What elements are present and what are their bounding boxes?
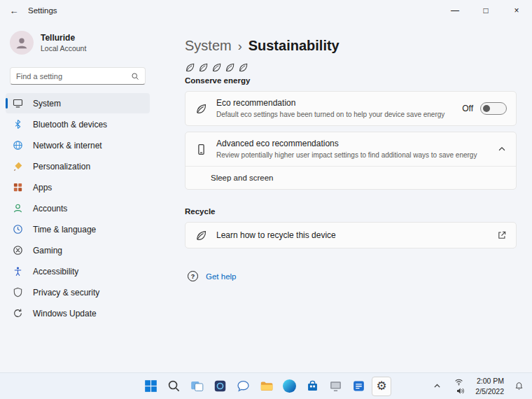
windows-logo-icon	[144, 379, 158, 393]
advanced-eco-card: Advanced eco recommendations Review pote…	[185, 132, 517, 190]
tray-chevron-button[interactable]	[430, 379, 444, 393]
mail-app-button[interactable]	[349, 377, 368, 396]
sleep-and-screen-label: Sleep and screen	[211, 174, 274, 182]
close-icon: ×	[514, 6, 519, 15]
leaf-icon	[211, 62, 222, 73]
sidebar-item-privacy-security[interactable]: Privacy & security	[6, 282, 150, 302]
recycle-leaf-icon	[195, 229, 207, 241]
task-view-icon	[190, 379, 204, 393]
sidebar-item-network-internet[interactable]: Network & internet	[6, 135, 150, 155]
update-refresh-icon	[12, 307, 24, 319]
tray-date: 2/5/2022	[475, 386, 504, 396]
sidebar-item-accessibility[interactable]: Accessibility	[6, 261, 150, 281]
get-help-link[interactable]: Get help	[206, 272, 236, 281]
breadcrumb-system[interactable]: System	[185, 38, 232, 54]
sidebar-item-label: Personalization	[33, 162, 90, 172]
back-icon: ←	[10, 6, 19, 16]
task-view-button[interactable]	[187, 377, 206, 396]
eco-recommendation-toggle[interactable]	[480, 102, 507, 115]
brush-icon	[12, 160, 24, 172]
sidebar-item-personalization[interactable]: Personalization	[6, 156, 150, 176]
clock[interactable]: 2:00 PM 2/5/2022	[472, 374, 507, 397]
sidebar-item-label: Accessibility	[33, 267, 78, 276]
close-button[interactable]: ×	[501, 0, 532, 21]
toggle-knob	[483, 105, 490, 112]
folder-icon	[260, 379, 273, 393]
sidebar-item-system[interactable]: System	[6, 93, 150, 113]
store-app-button[interactable]	[302, 377, 322, 396]
account-row[interactable]: Telluride Local Account	[0, 25, 155, 60]
sleep-and-screen-row[interactable]: Sleep and screen	[186, 166, 516, 189]
wifi-icon	[454, 377, 463, 386]
taskbar-search-button[interactable]	[164, 377, 183, 396]
breadcrumb: System › Sustainability	[185, 38, 517, 54]
notification-bell-icon	[514, 382, 524, 391]
leaf-icon	[238, 62, 248, 73]
apps-grid-icon	[12, 181, 24, 193]
file-explorer-button[interactable]	[256, 377, 276, 396]
device-icon	[195, 143, 207, 155]
minimize-icon: —	[451, 6, 459, 15]
leaf-icon	[198, 62, 209, 73]
system-tray: 2:00 PM 2/5/2022	[430, 373, 529, 399]
tray-time: 2:00 PM	[475, 376, 504, 386]
edge-browser-button[interactable]	[279, 377, 299, 396]
search-box[interactable]	[10, 67, 146, 85]
leaf-icon	[185, 62, 195, 73]
monitor-icon	[329, 379, 342, 393]
selected-indicator	[6, 98, 8, 108]
sidebar-item-label: Network & internet	[33, 141, 102, 150]
toggle-state-label: Off	[462, 104, 473, 113]
monitor-app-button[interactable]	[326, 377, 345, 396]
gear-icon: ⚙	[376, 380, 386, 392]
recycle-device-row[interactable]: Learn how to recycle this device	[186, 223, 516, 248]
sidebar-item-gaming[interactable]: Gaming	[6, 240, 150, 260]
maximize-button[interactable]: □	[470, 0, 501, 21]
get-help-row: ? Get help	[185, 271, 517, 281]
leaf-icon	[225, 62, 235, 73]
back-button[interactable]: ←	[0, 0, 28, 21]
titlebar: ← Settings — □ ×	[0, 0, 532, 21]
chevron-up-icon	[433, 382, 442, 391]
sidebar-item-bluetooth-devices[interactable]: Bluetooth & devices	[6, 114, 150, 134]
sidebar-item-label: Privacy & security	[33, 288, 99, 298]
photos-app-button[interactable]	[210, 377, 230, 396]
sidebar-item-time-language[interactable]: Time & language	[6, 219, 150, 239]
sidebar-item-windows-update[interactable]: Windows Update	[6, 303, 150, 323]
chat-app-button[interactable]	[233, 377, 253, 396]
taskbar: ⚙ 2:00 PM 2/5/2022	[0, 372, 532, 399]
search-icon	[131, 72, 139, 80]
system-icon	[12, 97, 24, 109]
start-button[interactable]	[141, 377, 160, 396]
minimize-button[interactable]: —	[440, 0, 470, 21]
photos-icon	[214, 379, 227, 393]
eco-recommendation-description: Default eco settings have been turned on…	[216, 110, 453, 120]
person-icon	[14, 35, 29, 50]
settings-app-button[interactable]: ⚙	[372, 377, 391, 396]
eco-recommendation-card: Eco recommendation Default eco settings …	[185, 91, 517, 126]
settings-nav: System Bluetooth & devices Network & int…	[0, 93, 155, 323]
recycle-heading: Recycle	[185, 207, 517, 216]
bluetooth-icon	[12, 118, 24, 130]
globe-icon	[12, 139, 24, 151]
sidebar-item-label: Bluetooth & devices	[33, 120, 107, 130]
chevron-up-icon	[497, 144, 507, 154]
conserve-energy-heading: Conserve energy	[185, 76, 517, 85]
xbox-icon	[12, 244, 24, 256]
advanced-eco-header-row[interactable]: Advanced eco recommendations Review pote…	[186, 132, 516, 166]
search-input[interactable]	[16, 72, 131, 80]
sidebar-item-label: Gaming	[33, 246, 62, 255]
advanced-eco-title: Advanced eco recommendations	[216, 139, 488, 148]
notification-center-button[interactable]	[512, 379, 526, 393]
search-icon	[167, 379, 181, 393]
eco-recommendation-title: Eco recommendation	[216, 98, 453, 108]
window-title: Settings	[28, 6, 57, 15]
network-volume-button[interactable]	[449, 374, 468, 398]
sidebar-item-accounts[interactable]: Accounts	[6, 198, 150, 218]
sidebar: Telluride Local Account System Bluetooth…	[0, 21, 155, 372]
store-bag-icon	[306, 379, 319, 393]
sidebar-item-label: Apps	[33, 183, 52, 192]
account-type: Local Account	[41, 44, 86, 52]
sidebar-item-label: Windows Update	[33, 309, 97, 318]
sidebar-item-apps[interactable]: Apps	[6, 177, 150, 197]
